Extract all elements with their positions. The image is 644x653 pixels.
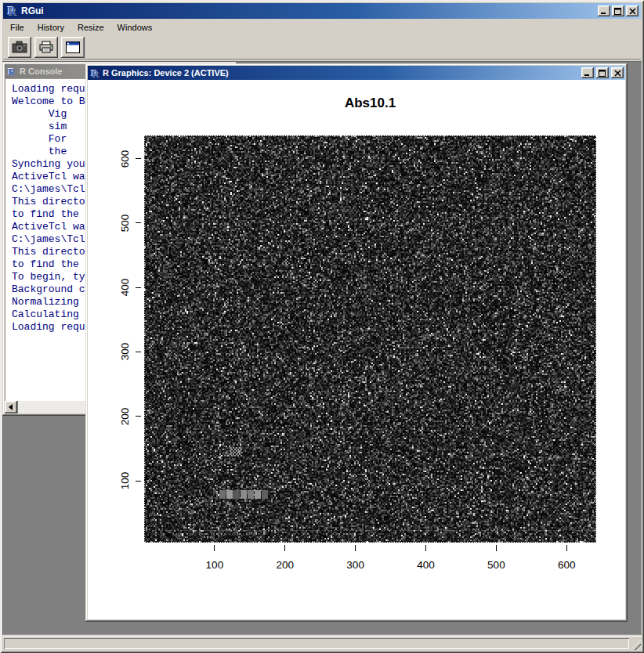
y-tick: [136, 416, 141, 417]
y-tick-label: 300: [119, 343, 131, 361]
menu-item-resize[interactable]: Resize: [72, 21, 110, 34]
r-logo-icon: R: [5, 5, 18, 17]
plot-area: 100200300400500600 100200300400500600: [144, 135, 596, 543]
x-tick-label: 500: [479, 559, 513, 571]
y-tick-label: 500: [119, 215, 131, 233]
x-tick: [566, 545, 567, 551]
toolbar: [3, 35, 641, 60]
y-tick: [136, 287, 141, 288]
y-tick-label: 400: [119, 279, 131, 297]
y-tick: [136, 481, 141, 482]
x-tick-label: 100: [197, 559, 232, 571]
rgui-window: R RGui FileHistoryResizeWindows: [0, 0, 644, 653]
x-tick-label: 200: [268, 559, 302, 571]
y-tick-label: 200: [119, 407, 131, 425]
graphics-title: R Graphics: Device 2 (ACTIVE): [103, 68, 579, 78]
close-icon: [614, 70, 621, 77]
status-bar: [2, 636, 642, 651]
y-tick: [136, 352, 141, 352]
microarray-image: [144, 135, 596, 543]
camera-button[interactable]: [8, 37, 31, 58]
print-button[interactable]: [34, 37, 58, 58]
printer-icon: [38, 41, 54, 54]
menu-item-history[interactable]: History: [32, 21, 70, 34]
resize-grip[interactable]: [631, 640, 641, 650]
y-tick: [136, 158, 141, 159]
maximize-icon: [614, 8, 622, 15]
minimize-icon: [584, 70, 592, 77]
graphics-titlebar[interactable]: R R Graphics: Device 2 (ACTIVE): [88, 66, 625, 80]
titlebar[interactable]: R RGui: [3, 3, 641, 19]
x-tick-label: 300: [338, 559, 373, 571]
y-tick: [136, 222, 141, 223]
r-logo-icon: R: [6, 67, 17, 77]
window-title: RGui: [21, 5, 598, 16]
graphics-minimize-button[interactable]: [581, 67, 594, 78]
x-tick: [214, 545, 215, 551]
menu-item-file[interactable]: File: [5, 21, 30, 34]
status-text: [4, 638, 629, 649]
x-tick-label: 400: [409, 559, 443, 571]
graphics-maximize-button[interactable]: [596, 67, 609, 78]
close-button[interactable]: [626, 5, 639, 16]
window-button[interactable]: [61, 37, 85, 58]
mdi-area: R R Console Loading requWelcome to B Vig…: [2, 61, 642, 635]
y-tick-label: 600: [119, 150, 131, 168]
menu-item-windows[interactable]: Windows: [112, 21, 158, 34]
scroll-left-button[interactable]: [5, 401, 17, 413]
x-tick: [284, 545, 285, 551]
graphics-window[interactable]: R R Graphics: Device 2 (ACTIVE) Abs10.1 …: [85, 63, 628, 622]
x-tick: [355, 545, 356, 551]
y-tick-label: 100: [119, 472, 131, 490]
x-tick: [425, 545, 426, 551]
plot-title: Abs10.1: [144, 96, 596, 111]
minimize-icon: [600, 8, 608, 15]
close-icon: [629, 8, 636, 15]
window-icon: [66, 41, 80, 53]
graphics-close-button[interactable]: [611, 67, 624, 78]
arrow-left-icon: [8, 404, 14, 410]
x-tick: [496, 545, 497, 551]
camera-icon: [12, 41, 27, 53]
maximize-icon: [599, 70, 606, 77]
maximize-button[interactable]: [612, 5, 624, 16]
x-tick-label: 600: [549, 559, 584, 571]
graphics-canvas: Abs10.1 100200300400500600 1002003004005…: [88, 80, 625, 619]
menu-bar: FileHistoryResizeWindows: [3, 20, 641, 34]
r-logo-icon: R: [89, 68, 100, 78]
minimize-button[interactable]: [598, 5, 610, 16]
